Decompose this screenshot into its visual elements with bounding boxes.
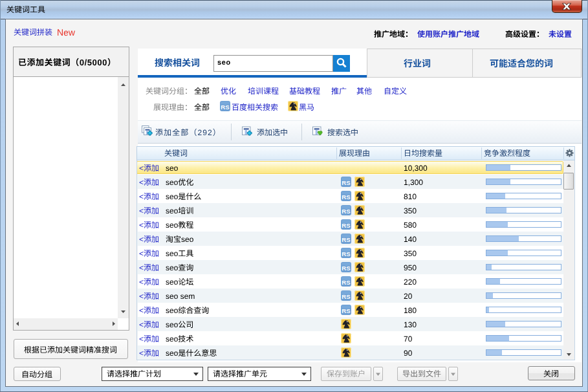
svg-text:RS: RS bbox=[342, 279, 351, 286]
svg-text:RS: RS bbox=[221, 103, 230, 111]
svg-text:RS: RS bbox=[342, 265, 351, 272]
svg-text:RS: RS bbox=[342, 236, 351, 243]
svg-text:RS: RS bbox=[342, 179, 351, 186]
svg-text:RS: RS bbox=[342, 208, 351, 215]
svg-text:RS: RS bbox=[342, 222, 351, 229]
svg-text:RS: RS bbox=[342, 307, 351, 314]
svg-text:RS: RS bbox=[342, 250, 351, 257]
svg-text:RS: RS bbox=[342, 293, 351, 300]
svg-text:RS: RS bbox=[342, 193, 351, 201]
